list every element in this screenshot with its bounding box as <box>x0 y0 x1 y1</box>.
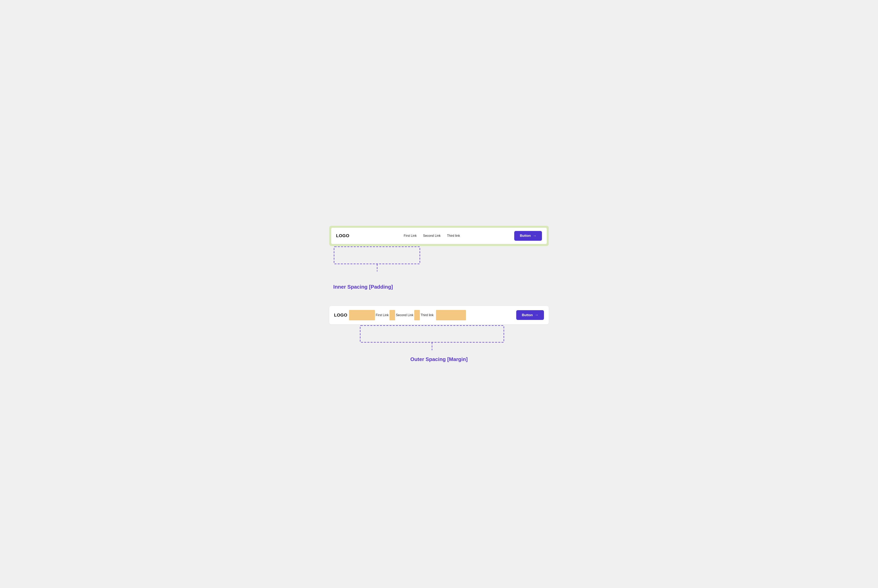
padding-annotation-area <box>329 246 549 272</box>
margin-spacer-mid2 <box>414 310 420 320</box>
svg-rect-0 <box>334 247 420 264</box>
main-container: LOGO First Link Second Link Third link B… <box>329 226 549 362</box>
svg-rect-2 <box>360 326 504 342</box>
margin-logo: LOGO <box>334 312 347 318</box>
margin-link-3[interactable]: Third link <box>421 314 434 317</box>
margin-arrow-icon: → <box>535 313 538 317</box>
padding-navbar-wrapper: LOGO First Link Second Link Third link B… <box>329 226 549 246</box>
margin-dashed-svg <box>329 324 549 356</box>
margin-button-label: Button <box>522 313 533 317</box>
margin-annotation-area <box>329 324 549 356</box>
margin-spacer-left <box>349 310 375 320</box>
padding-label: Inner Spacing [Padding] <box>333 284 393 290</box>
padding-nav-button[interactable]: Button → <box>514 231 542 241</box>
padding-arrow-icon: → <box>533 234 536 238</box>
padding-dashed-svg <box>329 246 549 272</box>
section-margin: LOGO First Link Second Link Third link B… <box>329 306 549 362</box>
margin-link-1[interactable]: First Link <box>376 314 389 317</box>
section-padding: LOGO First Link Second Link Third link B… <box>329 226 549 290</box>
margin-navbar: LOGO First Link Second Link Third link B… <box>329 306 549 324</box>
padding-logo: LOGO <box>336 233 350 238</box>
padding-nav-links: First Link Second Link Third link <box>350 234 514 237</box>
margin-nav-button[interactable]: Button → <box>516 310 544 320</box>
margin-link-2[interactable]: Second Link <box>396 314 413 317</box>
margin-spacer-right <box>436 310 466 320</box>
padding-link-2[interactable]: Second Link <box>423 234 441 237</box>
margin-spacer-mid1 <box>390 310 395 320</box>
margin-label: Outer Spacing [Margin] <box>329 356 549 362</box>
padding-navbar: LOGO First Link Second Link Third link B… <box>331 228 547 244</box>
padding-button-label: Button <box>520 234 531 238</box>
padding-link-1[interactable]: First Link <box>404 234 417 237</box>
padding-link-3[interactable]: Third link <box>447 234 460 237</box>
